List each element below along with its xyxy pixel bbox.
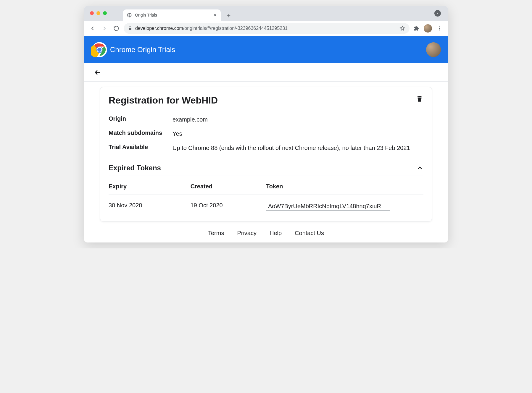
footer-contact-link[interactable]: Contact Us [295,230,324,237]
svg-point-2 [439,28,440,29]
tokens-table: Expiry Created Token 30 Nov 2020 19 Oct … [109,177,423,213]
url-text: developer.chrome.com/origintrials/#/regi… [135,26,396,31]
footer-terms-link[interactable]: Terms [208,230,224,237]
browser-window: Origin Trials developer.chrome.com [84,6,448,242]
col-created-header: Created [191,177,266,195]
table-row: 30 Nov 2020 19 Oct 2020 AoW7ByrUeMbRRIcN… [109,195,423,213]
token-value-cell: AoW7ByrUeMbRRIcNbImqLV148hnq7xiuR [266,195,423,213]
svg-point-1 [439,26,440,27]
tab-strip: Origin Trials [84,6,448,21]
card-title: Registration for WebHID [109,95,218,106]
registration-card: Registration for WebHID Origin example.c… [100,87,432,221]
content-area: Registration for WebHID Origin example.c… [84,82,448,221]
window-maximize-button[interactable] [103,11,107,15]
trial-label: Trial Available [109,144,173,152]
brand[interactable]: Chrome Origin Trials [91,41,175,58]
new-tab-button[interactable] [226,13,231,18]
chrome-logo-icon [91,41,108,58]
window-close-button[interactable] [90,11,94,15]
col-token-header: Token [266,177,423,195]
bookmark-star-icon[interactable] [399,25,405,31]
token-expiry: 30 Nov 2020 [109,195,191,213]
nav-back-button[interactable] [88,24,97,33]
trial-row: Trial Available Up to Chrome 88 (ends wi… [109,141,423,155]
chevron-up-icon[interactable] [416,164,423,172]
tokens-section-title: Expired Tokens [109,164,161,172]
registration-details: Origin example.com Match subdomains Yes … [109,112,423,155]
extensions-icon[interactable] [412,25,421,31]
browser-tab[interactable]: Origin Trials [123,9,221,21]
page-header: Chrome Origin Trials [84,36,448,63]
nav-reload-button[interactable] [112,24,121,33]
page-title: Chrome Origin Trials [110,46,175,54]
subdomains-value: Yes [173,130,423,138]
url-path: /origintrials/#/registration/-3239636244… [183,26,288,31]
nav-forward-button[interactable] [100,24,109,33]
close-tab-icon[interactable] [213,13,217,17]
window-minimize-button[interactable] [96,11,100,15]
subdomains-label: Match subdomains [109,130,173,138]
footer-privacy-link[interactable]: Privacy [237,230,257,237]
origin-label: Origin [109,115,173,124]
lock-icon [128,26,132,30]
table-header-row: Expiry Created Token [109,177,423,195]
browser-menu-icon[interactable] [435,26,444,31]
window-controls [90,11,107,15]
tab-title: Origin Trials [135,13,210,17]
tab-search-icon[interactable] [434,10,441,17]
account-avatar-icon[interactable] [426,42,441,57]
svg-point-3 [439,29,440,30]
token-created: 19 Oct 2020 [191,195,266,213]
footer-help-link[interactable]: Help [270,230,282,237]
back-row [84,63,448,82]
token-value[interactable]: AoW7ByrUeMbRRIcNbImqLV148hnq7xiuR [266,202,390,211]
tokens-section-header[interactable]: Expired Tokens [109,164,423,175]
col-expiry-header: Expiry [109,177,191,195]
delete-icon[interactable] [416,95,423,103]
globe-icon [127,12,132,18]
origin-row: Origin example.com [109,112,423,127]
footer: Terms Privacy Help Contact Us [84,221,448,242]
origin-value: example.com [173,115,423,124]
trial-value: Up to Chrome 88 (ends with the rollout o… [173,144,423,152]
profile-avatar-icon[interactable] [424,24,432,33]
address-bar[interactable]: developer.chrome.com/origintrials/#/regi… [124,23,410,34]
browser-toolbar: developer.chrome.com/origintrials/#/regi… [84,21,448,36]
back-arrow-icon[interactable] [93,68,102,77]
url-host: developer.chrome.com [135,26,183,31]
subdomains-row: Match subdomains Yes [109,127,423,141]
